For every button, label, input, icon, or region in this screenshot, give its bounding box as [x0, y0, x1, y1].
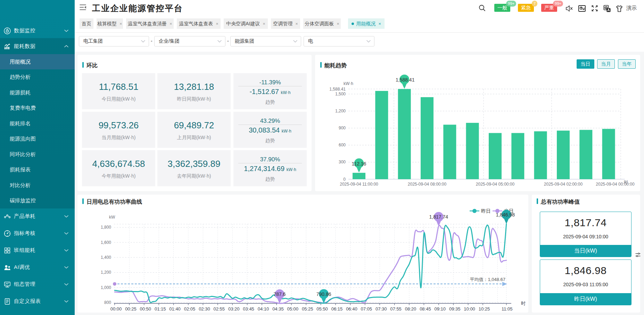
svg-text:05:00: 05:00 [287, 306, 299, 312]
svg-text:09:10: 09:10 [435, 306, 446, 312]
svg-text:1,846.98: 1,846.98 [496, 212, 515, 218]
svg-text:01:15: 01:15 [155, 306, 166, 312]
svg-text:900: 900 [339, 126, 346, 130]
svg-text:1,588.41: 1,588.41 [396, 77, 415, 83]
svg-text:2025-09-04 11:00:00: 2025-09-04 11:00:00 [340, 182, 378, 187]
svg-text:08:45: 08:45 [420, 306, 431, 312]
svg-text:03:20: 03:20 [228, 306, 240, 312]
svg-text:1,800: 1,800 [101, 225, 111, 230]
svg-text:1,588.41: 1,588.41 [329, 87, 346, 92]
svg-text:02:30: 02:30 [199, 306, 210, 312]
svg-text:03:45: 03:45 [243, 306, 254, 312]
svg-text:09:35: 09:35 [449, 306, 461, 312]
svg-text:1,000: 1,000 [101, 285, 111, 290]
svg-text:300: 300 [339, 160, 346, 164]
svg-text:02:55: 02:55 [214, 306, 225, 312]
svg-text:01:40: 01:40 [169, 306, 181, 312]
svg-text:02:05: 02:05 [184, 306, 196, 312]
svg-text:昨日: 昨日 [481, 208, 491, 214]
svg-text:10:00: 10:00 [464, 306, 475, 312]
svg-text:05:50: 05:50 [316, 306, 328, 312]
svg-text:1,600: 1,600 [101, 240, 111, 245]
svg-text:600: 600 [339, 143, 346, 147]
svg-text:07:05: 07:05 [361, 306, 372, 312]
svg-text:时: 时 [624, 180, 628, 185]
svg-text:05:25: 05:25 [302, 306, 313, 312]
svg-text:800: 800 [104, 300, 111, 305]
svg-text:790.86: 790.86 [316, 291, 331, 297]
svg-text:08:20: 08:20 [405, 306, 416, 312]
svg-text:06:40: 06:40 [346, 306, 357, 312]
svg-text:1,500: 1,500 [335, 92, 346, 96]
svg-text:11:05: 11:05 [502, 306, 513, 312]
svg-text:2025-09-04 02:00:00: 2025-09-04 02:00:00 [544, 182, 583, 187]
svg-text:2025-09-04 08:00:00: 2025-09-04 08:00:00 [408, 182, 447, 187]
svg-text:04:35: 04:35 [272, 306, 284, 312]
svg-text:1,400: 1,400 [101, 255, 111, 260]
svg-text:kW: kW [109, 215, 115, 220]
svg-text:07:30: 07:30 [375, 306, 387, 312]
svg-text:787.6: 787.6 [273, 291, 286, 297]
svg-text:2025-09-04 05:00:00: 2025-09-04 05:00:00 [476, 182, 515, 187]
svg-text:平均值：1,048.67: 平均值：1,048.67 [470, 277, 505, 282]
svg-text:112.16: 112.16 [352, 161, 366, 167]
svg-text:1,200: 1,200 [101, 270, 111, 275]
svg-text:00:50: 00:50 [140, 306, 151, 312]
svg-text:时: 时 [521, 301, 526, 306]
svg-text:06:15: 06:15 [331, 306, 343, 312]
svg-text:04:10: 04:10 [258, 306, 269, 312]
svg-text:0: 0 [343, 177, 346, 182]
svg-text:10:25: 10:25 [479, 306, 490, 312]
svg-text:00:00: 00:00 [110, 306, 122, 312]
svg-text:2025-09-04 00:00:00: 2025-09-04 00:00:00 [596, 182, 635, 187]
svg-text:1,200: 1,200 [335, 109, 346, 113]
svg-text:1,817.74: 1,817.74 [429, 214, 448, 220]
svg-text:07:55: 07:55 [390, 306, 402, 312]
svg-text:00:25: 00:25 [125, 306, 137, 312]
svg-text:kW·h: kW·h [344, 81, 353, 86]
